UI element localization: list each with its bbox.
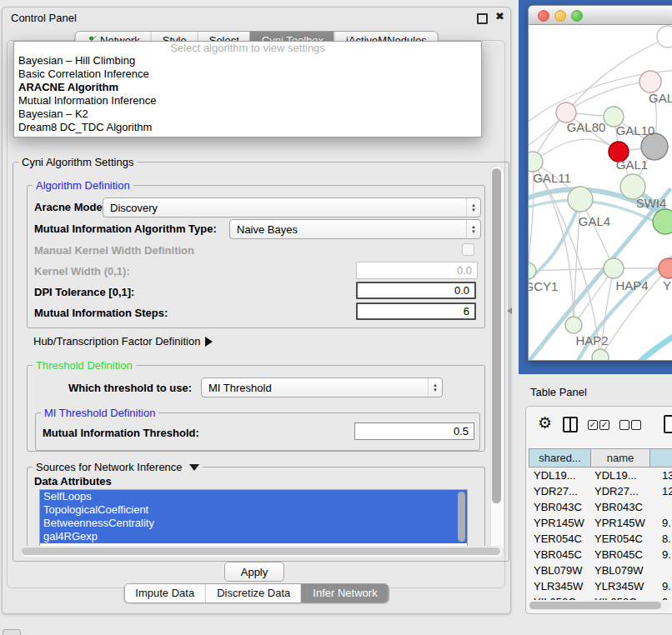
data-attributes-list[interactable]: SelfLoopsTopologicalCoefficientBetweenne… <box>39 489 468 548</box>
aracne-mode-select[interactable]: Discovery ▲▼ <box>103 198 481 218</box>
close-traffic-light-icon[interactable] <box>538 10 549 22</box>
collapse-down-arrow-icon <box>189 464 199 471</box>
bottom-corner-button[interactable] <box>3 629 21 635</box>
select-all-checkbox-icon[interactable]: ✓ <box>599 420 609 430</box>
network-node[interactable] <box>529 152 543 172</box>
attribute-list-scrollbar-thumb[interactable] <box>458 492 465 542</box>
select-all-checkbox-icon[interactable]: ✓ <box>588 420 598 430</box>
bottom-tab-discretize-data[interactable]: Discretize Data <box>205 584 301 602</box>
data-attribute-item[interactable]: gal4RGexp <box>40 530 467 543</box>
table-cell: YBR043C <box>529 499 589 515</box>
table-row[interactable]: YBR043CYBR043C <box>529 499 672 515</box>
network-edge[interactable] <box>633 332 672 361</box>
stepper-arrows-icon: ▲▼ <box>466 220 480 238</box>
table-body[interactable]: YDL19...YDL19...13YDR27...YDR27...12YBR0… <box>529 468 672 600</box>
aracne-mode-label: Aracne Mode: <box>34 201 106 213</box>
table-cell: YIL052C <box>529 594 589 600</box>
network-node[interactable] <box>659 258 672 278</box>
settings-horizontal-scrollbar-thumb[interactable] <box>22 548 500 555</box>
deselect-all-checkbox-icon[interactable] <box>631 420 641 430</box>
table-horizontal-scrollbar-thumb[interactable] <box>529 602 661 609</box>
network-node[interactable] <box>653 209 672 234</box>
algorithm-option[interactable]: Basic Correlation Inference <box>14 68 481 81</box>
table-cell: YDR27... <box>589 483 648 499</box>
zoom-traffic-light-icon[interactable] <box>571 10 583 22</box>
bottom-tab-impute-data[interactable]: Impute Data <box>124 584 205 602</box>
table-settings-gear-icon[interactable]: ⚙ <box>538 415 552 431</box>
network-node[interactable] <box>592 349 609 361</box>
network-node[interactable] <box>639 71 661 92</box>
settings-horizontal-scrollbar[interactable] <box>20 546 504 558</box>
panel-splitter-arrow-icon[interactable] <box>507 308 512 314</box>
minimize-traffic-light-icon[interactable] <box>554 10 566 22</box>
network-node-label: GAL <box>649 91 672 105</box>
which-threshold-select[interactable]: MI Threshold ▲▼ <box>201 378 443 398</box>
network-node[interactable] <box>568 187 593 212</box>
algorithm-option[interactable]: Bayesian – K2 <box>14 108 481 121</box>
deselect-all-checkbox-icon[interactable] <box>619 420 629 430</box>
algorithm-definition-group: Algorithm Definition Aracne Mode: Discov… <box>27 185 485 328</box>
table-cell: YBL079W <box>529 562 589 578</box>
settings-vertical-scrollbar[interactable] <box>490 166 504 552</box>
network-node[interactable] <box>657 26 672 48</box>
network-window-titlebar[interactable] <box>529 6 672 25</box>
table-cell: 9. <box>648 578 672 594</box>
network-node-label: GCY1 <box>529 279 558 293</box>
table-row[interactable]: YIL052CYIL052C9. <box>529 594 672 600</box>
column-header-clipped[interactable] <box>650 448 672 468</box>
table-row[interactable]: YBL079WYBL079W <box>529 562 672 578</box>
algorithm-option[interactable]: Dream8 DC_TDC Algorithm <box>14 121 481 134</box>
table-columns-icon[interactable] <box>563 417 578 432</box>
network-graph[interactable]: GALGAL80GAL10GAL1GAL11SWI4GAL4GCY1HAP4YH… <box>529 25 672 361</box>
table-cell: 8. <box>648 531 672 547</box>
bottom-tab-label: Infer Network <box>313 584 377 602</box>
algorithm-option[interactable]: ARACNE Algorithm <box>14 81 481 94</box>
mi-threshold-label: Mutual Information Threshold: <box>43 427 199 439</box>
data-attribute-item[interactable]: TopologicalCoefficient <box>40 503 467 517</box>
manual-kernel-width-checkbox[interactable] <box>462 243 474 256</box>
settings-vertical-scrollbar-thumb[interactable] <box>492 168 501 503</box>
sources-title[interactable]: Sources for Network Inference <box>33 461 203 473</box>
algorithm-dropdown-hint: Select algorithm to view settings <box>14 42 481 54</box>
mi-algorithm-type-value: Naive Bayes <box>230 223 466 236</box>
mi-steps-input[interactable]: 6 <box>356 302 476 320</box>
table-row[interactable]: YER054CYER054C8. <box>529 531 672 547</box>
kernel-width-input[interactable]: 0.0 <box>356 262 478 279</box>
threshold-definition-title: Threshold Definition <box>33 359 136 372</box>
network-node[interactable] <box>529 262 536 279</box>
table-row[interactable]: YLR345WYLR345W9. <box>529 578 672 594</box>
table-horizontal-scrollbar[interactable] <box>529 601 670 610</box>
data-attribute-item[interactable]: SelfLoops <box>40 490 467 503</box>
mi-algorithm-type-select[interactable]: Naive Bayes ▲▼ <box>229 219 481 239</box>
data-attribute-item[interactable]: BetweennessCentrality <box>40 517 467 530</box>
table-row[interactable]: YPR145WYPR145W9. <box>529 515 672 531</box>
table-row[interactable]: YBR045CYBR045C9. <box>529 547 672 562</box>
column-header-shared[interactable]: shared... <box>529 448 591 468</box>
algorithm-option[interactable]: Mutual Information Inference <box>14 94 481 108</box>
table-cell: YER054C <box>589 531 648 547</box>
table-cell: YLR345W <box>529 578 589 594</box>
network-node[interactable] <box>565 317 582 333</box>
column-header-name[interactable]: name <box>591 448 650 468</box>
hub-tf-definition-toggle[interactable]: Hub/Transcription Factor Definition <box>33 335 213 348</box>
mi-threshold-input[interactable]: 0.5 <box>354 422 474 440</box>
algorithm-definition-title: Algorithm Definition <box>33 179 133 192</box>
apply-button[interactable]: Apply <box>224 562 284 582</box>
network-node[interactable] <box>604 258 624 278</box>
cyni-algorithm-settings-group: Cyni Algorithm Settings Algorithm Defini… <box>13 162 509 562</box>
new-table-page-icon[interactable] <box>664 415 672 433</box>
algorithm-option[interactable]: Bayesian – Hill Climbing <box>14 54 481 68</box>
table-cell: YBR045C <box>529 547 589 562</box>
float-window-icon[interactable] <box>477 13 488 24</box>
dpi-tolerance-input[interactable]: 0.0 <box>356 282 476 299</box>
bottom-tab-infer-network[interactable]: Infer Network <box>301 584 388 602</box>
table-cell <box>648 562 672 578</box>
network-window[interactable]: GALGAL80GAL10GAL1GAL11SWI4GAL4GCY1HAP4YH… <box>528 5 672 361</box>
close-icon[interactable]: ✖ <box>495 10 504 22</box>
control-panel-title: Control Panel <box>11 12 77 24</box>
table-panel-title: Table Panel <box>530 386 587 398</box>
table-row[interactable]: YDR27...YDR27...12 <box>529 483 672 499</box>
table-row[interactable]: YDL19...YDL19...13 <box>529 468 672 483</box>
sources-group: Sources for Network Inference Data Attri… <box>27 467 485 547</box>
table-panel-card: ⚙ ✓ ✓ shared...name YDL19...YDL19...13YD… <box>525 406 672 614</box>
